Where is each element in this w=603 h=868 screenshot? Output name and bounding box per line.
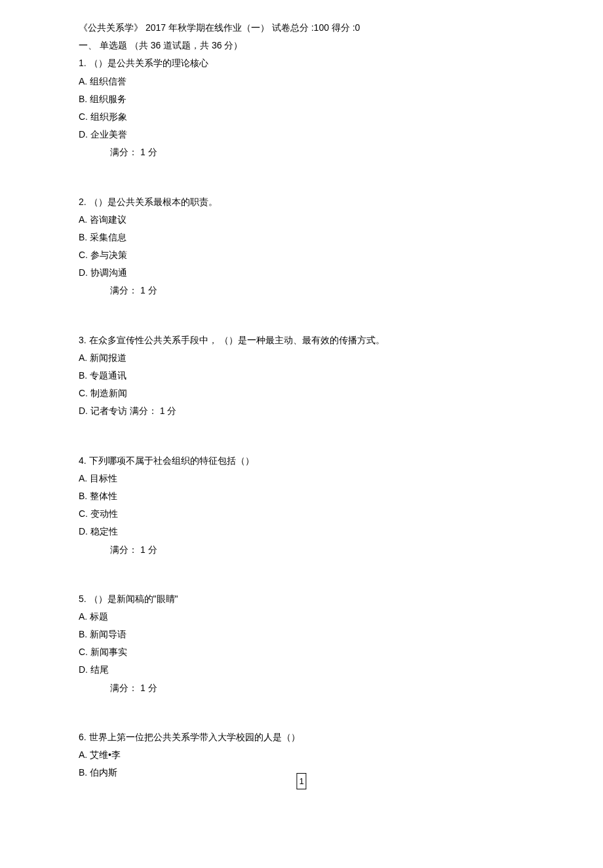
page-number: 1: [296, 773, 306, 789]
question-score: 满分： 1 分: [79, 680, 524, 696]
option[interactable]: B. 整体性: [79, 488, 524, 504]
option[interactable]: A. 标题: [79, 609, 524, 625]
option[interactable]: C. 制造新闻: [79, 385, 524, 402]
option[interactable]: B. 组织服务: [79, 91, 524, 107]
option[interactable]: A. 新闻报道: [79, 350, 524, 366]
question-block: 1. （）是公共关系学的理论核心A. 组织信誉B. 组织服务C. 组织形象D. …: [79, 55, 524, 160]
option[interactable]: C. 新闻事实: [79, 644, 524, 660]
question-text: 6. 世界上第一位把公共关系学带入大学校园的人是（）: [79, 729, 524, 745]
option[interactable]: A. 目标性: [79, 470, 524, 487]
option[interactable]: B. 采集信息: [79, 229, 524, 246]
section-title: 一、 单选题 （共 36 道试题，共 36 分）: [79, 37, 524, 54]
question-score: 满分： 1 分: [79, 144, 524, 160]
question-block: 5. （）是新闻稿的"眼睛"A. 标题B. 新闻导语C. 新闻事实D. 结尾满分…: [79, 591, 524, 696]
option[interactable]: B. 专题通讯: [79, 368, 524, 384]
option[interactable]: A. 咨询建议: [79, 212, 524, 228]
option[interactable]: D. 结尾: [79, 662, 524, 678]
question-block: 4. 下列哪项不属于社会组织的特征包括（）A. 目标性B. 整体性C. 变动性D…: [79, 453, 524, 558]
document-header: 《公共关系学》 2017 年秋学期在线作业（一） 试卷总分 :100 得分 :0: [79, 20, 524, 36]
question-score: 满分： 1 分: [79, 282, 524, 299]
option[interactable]: C. 变动性: [79, 506, 524, 522]
question-text: 3. 在众多宣传性公共关系手段中， （）是一种最主动、最有效的传播方式。: [79, 332, 524, 349]
option[interactable]: A. 艾维•李: [79, 747, 524, 763]
option[interactable]: D. 协调沟通: [79, 265, 524, 281]
question-text: 5. （）是新闻稿的"眼睛": [79, 591, 524, 607]
option[interactable]: D. 记者专访 满分： 1 分: [79, 403, 524, 419]
question-block: 3. 在众多宣传性公共关系手段中， （）是一种最主动、最有效的传播方式。A. 新…: [79, 332, 524, 420]
question-text: 1. （）是公共关系学的理论核心: [79, 55, 524, 71]
option[interactable]: D. 企业美誉: [79, 126, 524, 143]
question-score: 满分： 1 分: [79, 542, 524, 558]
question-block: 2. （）是公共关系最根本的职责。A. 咨询建议B. 采集信息C. 参与决策D.…: [79, 194, 524, 299]
option[interactable]: A. 组织信誉: [79, 73, 524, 90]
option[interactable]: C. 参与决策: [79, 247, 524, 263]
option[interactable]: D. 稳定性: [79, 523, 524, 540]
question-text: 2. （）是公共关系最根本的职责。: [79, 194, 524, 210]
question-text: 4. 下列哪项不属于社会组织的特征包括（）: [79, 453, 524, 469]
option[interactable]: C. 组织形象: [79, 109, 524, 125]
questions-container: 1. （）是公共关系学的理论核心A. 组织信誉B. 组织服务C. 组织形象D. …: [79, 55, 524, 781]
option[interactable]: B. 新闻导语: [79, 626, 524, 643]
